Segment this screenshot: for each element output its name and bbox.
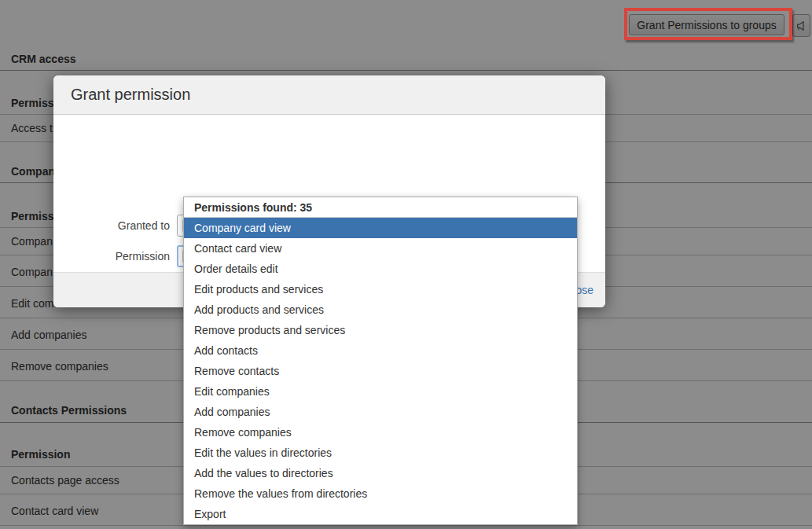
dropdown-item[interactable]: Edit products and services	[184, 279, 577, 299]
dropdown-item[interactable]: Add companies	[184, 402, 577, 422]
granted-to-label: Granted to	[53, 215, 177, 237]
permission-label: Permission	[53, 245, 177, 267]
dialog-title: Grant permission	[53, 75, 605, 115]
dropdown-item[interactable]: Add the values to directories	[184, 463, 577, 483]
dropdown-item[interactable]: Edit companies	[184, 381, 577, 402]
permission-dropdown: Permissions found: 35 Company card viewC…	[183, 197, 578, 525]
dropdown-item[interactable]: Add contacts	[184, 340, 577, 361]
dropdown-result-count: Permissions found: 35	[184, 197, 577, 218]
dropdown-item[interactable]: Remove companies	[184, 422, 577, 443]
dropdown-item[interactable]: Order details edit	[184, 259, 577, 279]
dropdown-item[interactable]: Edit the values in directories	[184, 443, 577, 463]
dropdown-item[interactable]: Remove contacts	[184, 361, 577, 381]
permission-dropdown-list: Company card viewContact card viewOrder …	[184, 218, 577, 524]
dropdown-item[interactable]: Contact card view	[184, 238, 577, 259]
dropdown-item[interactable]: Remove the values from directories	[184, 483, 577, 504]
dropdown-item[interactable]: Add products and services	[184, 299, 577, 320]
screen: Grant Permissions to groups CRM access P…	[0, 0, 812, 529]
dropdown-item[interactable]: Export	[184, 504, 577, 524]
annotation-highlight-box	[624, 8, 792, 40]
dropdown-item[interactable]: Remove products and services	[184, 320, 577, 340]
dropdown-item[interactable]: Company card view	[184, 218, 577, 238]
